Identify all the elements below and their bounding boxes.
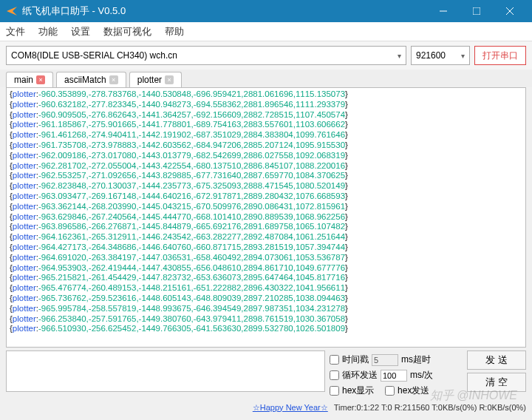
port-select[interactable]: COM8(IDLE USB-SERIAL CH340) wch.cn ▾ — [6, 46, 406, 65]
hexdisp-label: hex显示 — [342, 385, 374, 397]
menu-file[interactable]: 文件 — [6, 25, 25, 38]
terminal-line: {plotter:-964.691020,-263.384197,-1447.0… — [10, 253, 522, 263]
close-icon[interactable]: × — [36, 75, 45, 84]
hexdisp-checkbox[interactable] — [330, 386, 339, 396]
app-icon — [6, 5, 18, 17]
terminal-line: {plotter:-966.510930,-256.625452,-1449.7… — [10, 324, 522, 334]
tab-bar: main× asciiMatch× plotter× — [0, 70, 532, 87]
hexsend-label: hex发送 — [398, 385, 429, 397]
titlebar: 纸飞机串口助手 - V0.5.0 — [0, 0, 532, 22]
terminal-line: {plotter:-961.185867,-275.901665,-1441.7… — [10, 120, 522, 130]
window-title: 纸飞机串口助手 - V0.5.0 — [22, 4, 426, 18]
menu-help[interactable]: 帮助 — [165, 25, 184, 38]
terminal-line: {plotter:-962.009186,-273.017080,-1443.0… — [10, 151, 522, 161]
status-bar: ☆Happy New Year☆ Timer:0:1:22 T:0 R:2115… — [0, 400, 532, 415]
ms-per-label: ms/次 — [410, 369, 433, 382]
maximize-button[interactable] — [460, 0, 493, 22]
timestamp-value[interactable] — [372, 354, 398, 366]
open-port-button[interactable]: 打开串口 — [474, 46, 526, 65]
send-input[interactable] — [6, 350, 325, 392]
terminal-line: {plotter:-960.909505,-276.862643,-1441.3… — [10, 110, 522, 121]
terminal-line: {plotter:-966.253840,-257.591765,-1449.3… — [10, 314, 522, 325]
happy-new-year-link[interactable]: ☆Happy New Year☆ — [253, 403, 328, 413]
terminal-line: {plotter:-960.632182,-277.823345,-1440.9… — [10, 100, 522, 110]
tab-main[interactable]: main× — [6, 72, 53, 87]
terminal-line: {plotter:-963.629846,-267.240564,-1445.4… — [10, 212, 522, 223]
loopsend-value[interactable] — [381, 370, 407, 382]
chevron-down-icon: ▾ — [461, 52, 465, 60]
close-icon[interactable]: × — [165, 75, 174, 84]
connection-row: COM8(IDLE USB-SERIAL CH340) wch.cn ▾ 921… — [0, 41, 532, 70]
chevron-down-icon: ▾ — [398, 52, 401, 60]
send-button[interactable]: 发 送 — [467, 350, 526, 370]
terminal-line: {plotter:-964.427173,-264.348686,-1446.6… — [10, 243, 522, 253]
baud-select[interactable]: 921600 ▾ — [411, 46, 470, 65]
ms-timeout-label: ms超时 — [401, 353, 431, 366]
terminal-line: {plotter:-963.093477,-269.167148,-1444.6… — [10, 192, 522, 202]
terminal-line: {plotter:-962.823848,-270.130037,-1444.2… — [10, 181, 522, 192]
send-options: 时间戳 ms超时 循环发送 ms/次 hex显示 hex发送 — [330, 350, 463, 400]
action-buttons: 发 送 清 空 — [467, 350, 526, 400]
terminal-line: {plotter:-964.953903,-262.419444,-1447.4… — [10, 263, 522, 274]
timestamp-label: 时间戳 — [342, 353, 369, 366]
terminal-line: {plotter:-961.461268,-274.940411,-1442.1… — [10, 130, 522, 140]
menubar: 文件 功能 设置 数据可视化 帮助 — [0, 22, 532, 41]
baud-value: 921600 — [416, 50, 446, 61]
hexsend-checkbox[interactable] — [385, 386, 395, 396]
terminal-line: {plotter:-963.362144,-268.203990,-1445.0… — [10, 202, 522, 212]
menu-func[interactable]: 功能 — [38, 25, 58, 38]
terminal-line: {plotter:-961.735708,-273.978883,-1442.6… — [10, 140, 522, 151]
terminal-line: {plotter:-964.162361,-265.312911,-1446.2… — [10, 232, 522, 243]
svg-rect-1 — [473, 7, 480, 15]
terminal-output[interactable]: {plotter:-960.353899,-278.783768,-1440.5… — [6, 87, 526, 348]
close-button[interactable] — [493, 0, 526, 22]
tab-plotter[interactable]: plotter× — [129, 72, 182, 87]
terminal-line: {plotter:-965.215821,-261.454429,-1447.8… — [10, 273, 522, 283]
minimize-button[interactable] — [426, 0, 460, 22]
terminal-line: {plotter:-963.896586,-266.276871,-1445.8… — [10, 222, 522, 232]
terminal-line: {plotter:-965.736762,-259.523616,-1448.6… — [10, 294, 522, 304]
terminal-line: {plotter:-965.476774,-260.489153,-1448.2… — [10, 283, 522, 294]
menu-settings[interactable]: 设置 — [71, 25, 90, 38]
port-value: COM8(IDLE USB-SERIAL CH340) wch.cn — [11, 50, 177, 61]
loopsend-checkbox[interactable] — [330, 370, 339, 380]
menu-dataviz[interactable]: 数据可视化 — [103, 25, 151, 38]
timestamp-checkbox[interactable] — [330, 355, 339, 365]
status-stats: Timer:0:1:22 T:0 R:211560 T:0KB/s(0%) R:… — [334, 403, 526, 412]
close-icon[interactable]: × — [109, 75, 118, 84]
terminal-line: {plotter:-960.353899,-278.783768,-1440.5… — [10, 89, 522, 100]
loopsend-label: 循环发送 — [342, 369, 378, 382]
terminal-line: {plotter:-962.553257,-271.092656,-1443.8… — [10, 171, 522, 181]
terminal-line: {plotter:-962.281702,-272.055004,-1443.4… — [10, 161, 522, 172]
terminal-line: {plotter:-965.995784,-258.557819,-1448.9… — [10, 304, 522, 314]
tab-asciimatch[interactable]: asciiMatch× — [56, 72, 126, 87]
clear-button[interactable]: 清 空 — [467, 373, 526, 392]
bottom-panel: 时间戳 ms超时 循环发送 ms/次 hex显示 hex发送 发 送 清 空 — [6, 350, 526, 400]
